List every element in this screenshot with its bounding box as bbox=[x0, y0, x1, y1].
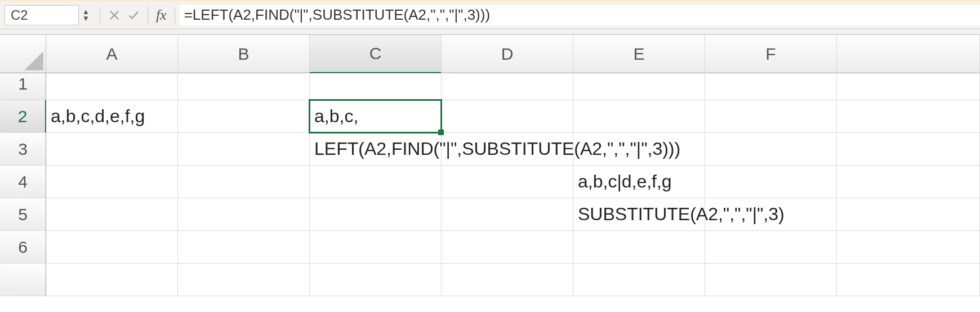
cell-value: a,b,c,d,e,f,g bbox=[51, 106, 145, 127]
cell-extra-3[interactable] bbox=[837, 133, 980, 166]
divider bbox=[175, 7, 175, 24]
formula-bar: C2 ▲ ▼ fx =LEFT(A2,FIND("|",SUBSTITUTE(A… bbox=[0, 0, 980, 29]
cell-D4[interactable] bbox=[442, 166, 573, 198]
row-header-2[interactable]: 2 bbox=[0, 100, 46, 133]
row-header-3[interactable]: 3 bbox=[0, 133, 46, 166]
cell-B3[interactable] bbox=[178, 133, 310, 166]
cell-E5[interactable]: SUBSTITUTE(A2,",","|",3) bbox=[573, 198, 705, 231]
cell-C3[interactable]: LEFT(A2,FIND("|",SUBSTITUTE(A2,",","|",3… bbox=[310, 133, 442, 166]
cell-A7[interactable] bbox=[46, 264, 178, 296]
confirm-icon bbox=[127, 9, 140, 21]
cell-extra-2[interactable] bbox=[837, 100, 980, 133]
cell-extra-1[interactable] bbox=[837, 68, 980, 100]
name-box[interactable]: C2 bbox=[5, 5, 79, 25]
cell-A5[interactable] bbox=[46, 198, 178, 231]
spreadsheet-grid[interactable]: A B C D E F 1 2 a,b,c,d,e,f,g a,b,c, 3 L… bbox=[0, 35, 980, 296]
cell-F2[interactable] bbox=[705, 100, 837, 133]
cell-D2[interactable] bbox=[442, 100, 573, 133]
cell-E2[interactable] bbox=[573, 100, 705, 133]
confirm-button[interactable] bbox=[124, 6, 143, 25]
divider bbox=[100, 7, 100, 24]
formula-text: =LEFT(A2,FIND("|",SUBSTITUTE(A2,",","|",… bbox=[184, 6, 490, 24]
sheet-top-border bbox=[0, 29, 980, 35]
cell-D7[interactable] bbox=[442, 264, 573, 296]
cell-D1[interactable] bbox=[442, 68, 573, 100]
cell-D5[interactable] bbox=[442, 198, 573, 231]
cell-extra-5[interactable] bbox=[837, 198, 980, 231]
cell-C7[interactable] bbox=[310, 264, 442, 296]
cell-F3[interactable] bbox=[705, 133, 837, 166]
cell-B1[interactable] bbox=[178, 68, 310, 100]
cell-E4[interactable]: a,b,c|d,e,f,g bbox=[573, 166, 705, 198]
cell-D6[interactable] bbox=[442, 231, 573, 264]
row-header-4[interactable]: 4 bbox=[0, 166, 46, 198]
cell-value: a,b,c|d,e,f,g bbox=[578, 171, 672, 192]
cancel-icon bbox=[108, 9, 121, 21]
cell-B7[interactable] bbox=[178, 264, 310, 296]
cell-B2[interactable] bbox=[178, 100, 310, 133]
cell-C1[interactable] bbox=[310, 68, 442, 100]
cell-value: a,b,c, bbox=[314, 106, 358, 127]
row-header-7[interactable] bbox=[0, 264, 46, 296]
cell-E7[interactable] bbox=[573, 264, 705, 296]
cell-A2[interactable]: a,b,c,d,e,f,g bbox=[46, 100, 178, 133]
cell-A4[interactable] bbox=[46, 166, 178, 198]
cell-E1[interactable] bbox=[573, 68, 705, 100]
cell-C5[interactable] bbox=[310, 198, 442, 231]
cell-C6[interactable] bbox=[310, 231, 442, 264]
formula-input[interactable]: =LEFT(A2,FIND("|",SUBSTITUTE(A2,",","|",… bbox=[180, 5, 980, 25]
cell-C2[interactable]: a,b,c, bbox=[310, 100, 442, 133]
cell-A3[interactable] bbox=[46, 133, 178, 166]
cell-extra-4[interactable] bbox=[837, 166, 980, 198]
cell-F6[interactable] bbox=[705, 231, 837, 264]
cell-F1[interactable] bbox=[705, 68, 837, 100]
name-box-stepper[interactable]: ▲ ▼ bbox=[82, 5, 90, 25]
stepper-down-icon[interactable]: ▼ bbox=[82, 15, 90, 22]
cell-B5[interactable] bbox=[178, 198, 310, 231]
cell-extra-7[interactable] bbox=[837, 264, 980, 296]
cell-F4[interactable] bbox=[705, 166, 837, 198]
cell-A1[interactable] bbox=[46, 68, 178, 100]
cell-extra-6[interactable] bbox=[837, 231, 980, 264]
name-box-value: C2 bbox=[11, 7, 28, 23]
row-header-6[interactable]: 6 bbox=[0, 231, 46, 264]
select-all-corner[interactable] bbox=[0, 35, 46, 73]
cell-B4[interactable] bbox=[178, 166, 310, 198]
cell-value: LEFT(A2,FIND("|",SUBSTITUTE(A2,",","|",3… bbox=[314, 139, 680, 159]
cancel-button[interactable] bbox=[105, 6, 124, 25]
fx-label[interactable]: fx bbox=[156, 7, 167, 24]
cell-A6[interactable] bbox=[46, 231, 178, 264]
cell-C4[interactable] bbox=[310, 166, 442, 198]
cell-E6[interactable] bbox=[573, 231, 705, 264]
divider bbox=[148, 7, 148, 24]
cell-B6[interactable] bbox=[178, 231, 310, 264]
cell-value: SUBSTITUTE(A2,",","|",3) bbox=[578, 204, 785, 225]
row-header-5[interactable]: 5 bbox=[0, 198, 46, 231]
cell-F7[interactable] bbox=[705, 264, 837, 296]
